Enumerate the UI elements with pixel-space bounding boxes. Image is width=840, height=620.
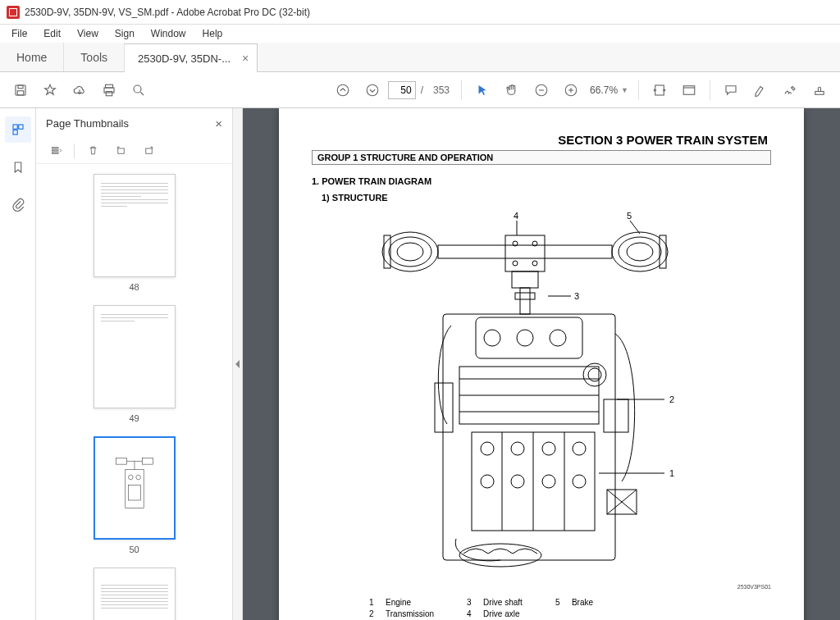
fit-width-icon[interactable] <box>646 76 673 104</box>
svg-rect-50 <box>520 288 530 314</box>
page-up-icon[interactable] <box>329 76 357 104</box>
thumb-rotate-ccw-icon[interactable] <box>111 141 130 161</box>
thumbnail-49[interactable]: 49 <box>46 305 222 423</box>
menu-edit[interactable]: Edit <box>35 26 69 41</box>
svg-rect-44 <box>505 235 545 271</box>
zoom-in-icon[interactable] <box>557 76 585 104</box>
svg-point-8 <box>337 84 349 96</box>
svg-rect-51 <box>515 293 535 299</box>
page-down-icon[interactable] <box>358 76 386 104</box>
pdf-page: SECTION 3 POWER TRAIN SYSTEM GROUP 1 STR… <box>279 108 804 620</box>
panel-collapse-grip[interactable] <box>233 108 243 620</box>
svg-rect-23 <box>52 150 58 151</box>
svg-rect-28 <box>142 458 153 464</box>
thumbnails-icon[interactable] <box>5 116 31 143</box>
svg-rect-76 <box>604 399 628 432</box>
thumb-options-icon[interactable] <box>46 141 66 161</box>
svg-point-48 <box>513 261 518 266</box>
thumbnail-label: 49 <box>129 413 139 423</box>
thumbnails-list[interactable]: 48 49 50 51 <box>36 164 232 620</box>
svg-point-72 <box>511 475 524 488</box>
tab-tools[interactable]: Tools <box>64 43 125 71</box>
star-icon[interactable] <box>36 76 64 104</box>
highlight-icon[interactable] <box>746 76 774 104</box>
selection-tool-icon[interactable] <box>468 76 496 104</box>
svg-point-73 <box>542 475 555 488</box>
svg-rect-45 <box>512 271 538 288</box>
svg-point-68 <box>511 442 524 455</box>
svg-rect-18 <box>815 91 824 94</box>
thumbnail-label: 50 <box>129 545 139 554</box>
svg-point-32 <box>128 475 133 480</box>
group-bar: GROUP 1 STRUCTURE AND OPERATION <box>312 150 771 165</box>
svg-point-41 <box>627 243 653 261</box>
thumbnail-48[interactable]: 48 <box>46 174 222 292</box>
svg-point-9 <box>367 84 378 96</box>
tab-document[interactable]: 2530D-9V, 35DN-... × <box>125 43 258 72</box>
menu-sign[interactable]: Sign <box>107 26 143 41</box>
menu-help[interactable]: Help <box>194 26 231 41</box>
svg-rect-24 <box>52 153 58 153</box>
thumbnails-panel: Page Thumbnails × 48 49 50 <box>36 108 233 620</box>
svg-rect-27 <box>116 458 126 464</box>
sign-icon[interactable] <box>776 76 804 104</box>
thumbnails-close-icon[interactable]: × <box>215 116 222 130</box>
svg-rect-21 <box>13 130 17 134</box>
stamp-icon[interactable] <box>806 76 833 104</box>
attachment-icon[interactable] <box>5 192 31 218</box>
svg-point-70 <box>573 442 586 455</box>
svg-point-78 <box>459 544 541 567</box>
svg-point-67 <box>481 442 494 455</box>
search-icon[interactable] <box>125 76 153 104</box>
svg-rect-1 <box>18 85 23 89</box>
thumb-rotate-cw-icon[interactable] <box>139 141 158 161</box>
menu-window[interactable]: Window <box>143 26 194 41</box>
bookmark-icon[interactable] <box>5 154 31 180</box>
svg-point-36 <box>389 237 431 267</box>
svg-point-55 <box>517 330 533 346</box>
read-mode-icon[interactable] <box>675 76 703 104</box>
tab-document-label: 2530D-9V, 35DN-... <box>138 52 231 65</box>
svg-rect-31 <box>125 470 143 508</box>
zoom-out-icon[interactable] <box>527 76 555 104</box>
sidebar-rail <box>0 108 36 620</box>
thumbnail-50[interactable]: 50 <box>46 436 222 554</box>
main: Page Thumbnails × 48 49 50 <box>0 108 840 620</box>
menu-file[interactable]: File <box>3 26 35 41</box>
thumbnail-51[interactable]: 51 <box>46 568 222 620</box>
svg-line-7 <box>140 92 144 95</box>
thumbnails-header: Page Thumbnails × <box>36 108 232 138</box>
comment-icon[interactable] <box>717 76 745 104</box>
svg-rect-16 <box>683 85 695 94</box>
tab-home[interactable]: Home <box>0 43 64 71</box>
power-train-diagram: 4 5 3 2 1 2530V3PS01 <box>312 211 771 588</box>
window-titlebar: 2530D-9V, 35DN-9V, VS_SM.pdf - Adobe Acr… <box>0 0 840 25</box>
svg-rect-5 <box>106 91 112 95</box>
svg-point-74 <box>573 475 586 488</box>
svg-rect-43 <box>438 245 612 258</box>
svg-point-33 <box>135 475 140 480</box>
save-icon[interactable] <box>7 76 34 104</box>
zoom-dropdown[interactable]: 66.7% ▼ <box>587 83 632 98</box>
svg-point-69 <box>542 442 555 455</box>
thumbnail-label: 48 <box>129 282 139 292</box>
cloud-icon[interactable] <box>66 76 94 104</box>
svg-point-37 <box>397 243 423 261</box>
window-title: 2530D-9V, 35DN-9V, VS_SM.pdf - Adobe Acr… <box>25 7 310 18</box>
menubar: File Edit View Sign Window Help <box>0 25 840 43</box>
svg-point-62 <box>588 368 601 381</box>
document-viewport[interactable]: SECTION 3 POWER TRAIN SYSTEM GROUP 1 STR… <box>243 108 840 620</box>
menu-view[interactable]: View <box>69 26 107 41</box>
tab-close-icon[interactable]: × <box>242 52 249 65</box>
thumbnails-title: Page Thumbnails <box>46 117 129 130</box>
hand-tool-icon[interactable] <box>498 76 526 104</box>
page-number-input[interactable] <box>388 81 416 99</box>
diagram-legend: 1Engine 2Transmission 3Drive shaft 4Driv… <box>369 598 771 618</box>
thumb-delete-icon[interactable] <box>83 141 103 161</box>
print-icon[interactable] <box>95 76 123 104</box>
svg-point-49 <box>532 261 537 266</box>
page-total: 353 <box>433 84 450 96</box>
svg-point-71 <box>481 475 494 488</box>
svg-rect-20 <box>18 125 22 129</box>
triangle-left-icon <box>235 360 240 368</box>
